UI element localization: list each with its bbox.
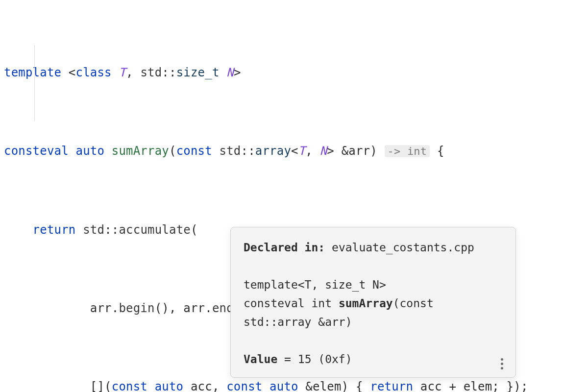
tooltip-spacer [244,331,503,350]
kw-template: template [4,66,61,79]
declared-in-file: evaluate_costants.cpp [332,241,474,254]
quick-doc-tooltip[interactable]: Declared in: evaluate_costants.cpp templ… [230,227,516,378]
tooltip-sig-line-3: std::array &arr) [244,313,503,331]
value-label: Value [244,353,277,366]
tooltip-spacer [244,257,503,275]
value-text: = 15 (0xf) [277,353,352,366]
tooltip-declared-in: Declared in: evaluate_costants.cpp [244,238,503,257]
tooltip-value: Value = 15 (0xf) [244,350,503,368]
code-line[interactable]: consteval auto sumArray(const std::array… [4,141,588,161]
inlay-return-type[interactable]: -> int [385,145,430,157]
code-line[interactable]: [](const auto acc, const auto &elem) { r… [4,377,588,392]
declared-in-label: Declared in: [244,241,325,254]
kebab-menu-icon[interactable] [497,358,507,369]
tooltip-sig-line-1: template<T, size_t N> [244,275,503,294]
tooltip-sig-line-2: consteval int sumArray(const [244,294,503,313]
func-sumArray: sumArray [112,144,169,158]
indent-guide [34,45,35,121]
code-line[interactable]: template <class T, std::size_t N> [4,63,588,82]
